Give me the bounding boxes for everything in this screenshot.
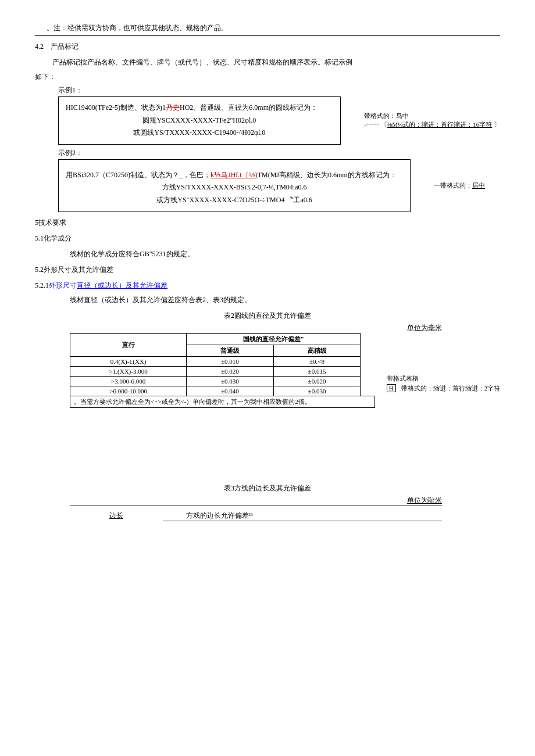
side-comment-mark: H: [387, 384, 396, 392]
example-2-line-2: 方线YS/TXXXX-XXXX-BSi3.2-0,7-⅛,TM04:a0.6: [66, 181, 403, 194]
format-comment-1a: 带格式的：鸟中: [364, 112, 500, 120]
supply-note: 。注：经供需双方协商，也可供应其他状态、规格的产品。: [47, 23, 500, 33]
example-2-label: 示例2：: [58, 148, 500, 158]
table-cell: >6.000-10.000: [70, 386, 187, 396]
example-1-line-2: 圆规YSCXXXX-XXXX-TFe2"H02φl.0: [66, 114, 333, 127]
example-2-underlined-text: k⅓马JHf.t［⅓): [211, 171, 258, 179]
section-5-1-heading: 5.1化学成分: [35, 234, 500, 243]
table-2-side-gap: [361, 333, 375, 396]
section-5-heading: 5技术要求: [35, 218, 500, 228]
format-comment-2: 一带格式的：居中: [434, 181, 485, 190]
table-row: >3.000-6.000 ±0.030 ±0.020: [70, 376, 375, 386]
table-cell: ±0.030: [187, 376, 273, 386]
side-comment-c: 带格式的：缩进：首行缩进：2字符: [401, 385, 501, 392]
format-comment-2-text: 一带格式的：居中: [434, 182, 485, 189]
example-1-deleted-text: 乃史: [166, 103, 180, 112]
section-5-2-1-text-b: 直径（或边长）及其允许偏差: [77, 281, 167, 289]
section-5-2-1-text-a: 外形尺寸: [49, 281, 77, 289]
example-2-line-3: 或方线YS"XXXX-XXXX-C7O25O-÷TMO4 〝工a0.6: [66, 194, 403, 207]
section-5-2-1-num: 5.2.1: [35, 281, 49, 289]
table-3-unit: 单位为耻米: [70, 496, 442, 506]
example-1-line-1: HIC19400(TFe2-5)制造、状态为1乃史HO2、普通级、直径为6.0m…: [66, 102, 333, 114]
table-2-footnote: 。当需方要求允许偏左全为<+>或全为<-）单向偏差时，其一为我中相应数值的2倍。: [70, 396, 375, 407]
table-2-unit: 单位为毫米: [70, 323, 442, 333]
table-row: >6.000-10.000 ±0.040 ±0.030: [70, 386, 375, 396]
table-3-h2: 方戏的边长允许偏差¹¹: [163, 511, 442, 521]
table-2-header-row-1: 直行 国线的直径允许偏差": [70, 333, 375, 345]
format-comment-1: 带格式的：鸟中 «┄┄┄ 〔⅜M⅛式的：缩进：首行缩进：16字符 〕: [364, 112, 500, 129]
side-comment-a: 带格式表格: [387, 374, 500, 384]
example-2-line-1: 用BSi320.7（C70250)制造、状态为？_，色巴；k⅓马JHf.t［⅓)…: [66, 169, 403, 182]
example-1-line-1b: HO2、普通级、直径为6.0mm的圆线标记为：: [180, 103, 318, 112]
table-2-h2: 国线的直径允许偏差": [187, 333, 361, 345]
table-cell: ±0.015: [273, 366, 361, 376]
example-1-label: 示例1：: [58, 85, 500, 95]
table-2-h2b: 高精级: [273, 345, 361, 356]
section-4-2-body-2: 如下：: [35, 72, 500, 82]
side-comment-row: H 带格式的：缩进：首行缩进：2字符: [387, 384, 500, 394]
section-4-2-num: 4.2: [35, 42, 44, 51]
table-cell: ±0.040: [187, 386, 273, 396]
table-2-title: 表2圆线的直径及其允许偏差: [35, 311, 500, 321]
section-5-2-heading: 5.2外形尺寸及其允许偏差: [35, 265, 500, 275]
section-4-2-heading: 4.2 产品标记: [35, 42, 500, 52]
table-2: 直行 国线的直径允许偏差" 普通级 高精级 0.4(X)-l.(XX) ±0.0…: [70, 333, 375, 408]
table-cell: ±0.<8: [273, 356, 361, 366]
example-1-line-3: 或圆线YS/TXXXX-XXXX-C19400-^H02φl.0: [66, 127, 333, 139]
table-2-h2a: 普通级: [187, 345, 273, 356]
section-5-2-1-heading: 5.2.1外形尺寸直径（或边长）及其允许偏差: [35, 281, 500, 291]
example-2-box: 用BSi320.7（C70250)制造、状态为？_，色巴；k⅓马JHf.t［⅓)…: [58, 159, 411, 212]
table-2-h1: 直行: [70, 333, 187, 356]
table-cell: 0.4(X)-l.(XX): [70, 356, 187, 366]
table-3-top-rule: [70, 506, 442, 506]
section-5-2-1-body: 线材直径（或边长）及其允许偏差应符合表2、表3的规定。: [70, 295, 500, 305]
table-cell: >3.000-6.000: [70, 376, 187, 386]
example-1-line-1a: HIC19400(TFe2-5)制造、状态为1: [66, 103, 166, 112]
section-4-2-title: 产品标记: [51, 42, 79, 51]
table-row: 0.4(X)-l.(XX) ±0.010 ±0.<8: [70, 356, 375, 366]
table-cell: ±0.030: [273, 386, 361, 396]
comment-dash-icon: «┄┄┄: [364, 121, 380, 128]
table-2-side-comments: 带格式表格 H 带格式的：缩进：首行缩进：2字符: [387, 333, 500, 408]
table-3-header: 边长 方戏的边长允许偏差¹¹: [70, 511, 442, 521]
format-comment-1b: «┄┄┄ 〔⅜M⅛式的：缩进：首行缩进：16字符 〕: [364, 120, 500, 129]
table-cell: ±0.020: [187, 366, 273, 376]
divider: [35, 35, 500, 36]
section-5-1-body: 线材的化学成分应符合GB"5231的规定。: [70, 249, 500, 259]
table-cell: >1.(XX)-3.000: [70, 366, 187, 376]
format-comment-1b-text: ⅜M⅛式的：缩进：首行缩进：16字符: [387, 121, 492, 128]
example-1-box: HIC19400(TFe2-5)制造、状态为1乃史HO2、普通级、直径为6.0m…: [58, 96, 341, 145]
table-3-h1: 边长: [70, 511, 163, 521]
table-2-footnote-cell: 。当需方要求允许偏左全为<+>或全为<-）单向偏差时，其一为我中相应数值的2倍。: [70, 396, 375, 407]
example-2-line-1b: TM(MJ高精级、边长为0.6mm的方线标记为：: [258, 171, 397, 179]
table-row: >1.(XX)-3.000 ±0.020 ±0.015: [70, 366, 375, 376]
table-cell: ±0.010: [187, 356, 273, 366]
section-4-2-body-1: 产品标记按产品名称、文件编号、牌号（或代号）、状态、尺寸精度和规格的顺序表示。标…: [52, 58, 500, 67]
example-2-line-1a: 用BSi320.7（C70250)制造、状态为？_，色巴；: [66, 171, 211, 179]
table-cell: ±0.020: [273, 376, 361, 386]
table-3-title: 表3方线的边长及其允许偏差: [35, 483, 500, 493]
